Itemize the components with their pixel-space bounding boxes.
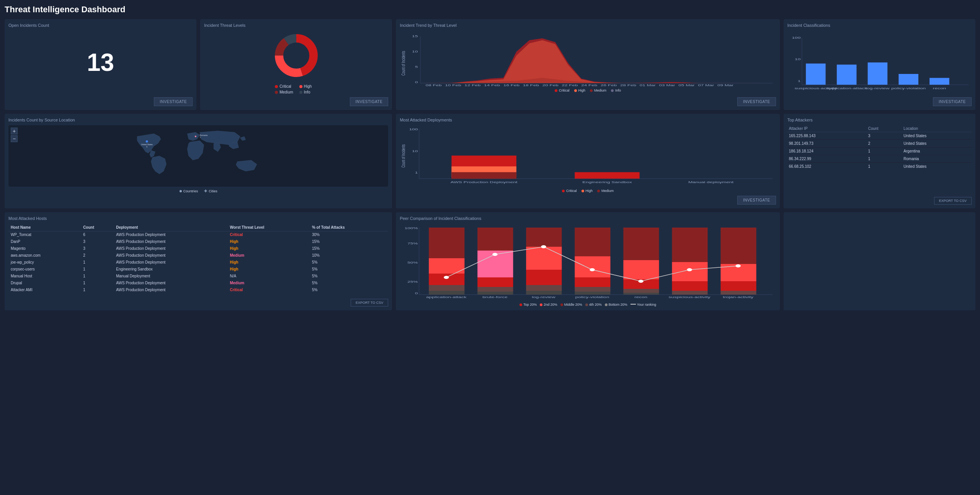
threat-levels-investigate-button[interactable]: INVESTIGATE [350, 97, 389, 106]
bot20-dot [605, 303, 608, 306]
pv-bot20 [575, 292, 611, 295]
svg-text:5: 5 [146, 146, 147, 148]
high-label: High [304, 84, 312, 89]
peer-mid20: Middle 20% [560, 303, 582, 307]
table-row: 186.18.18.124 1 Argentina [787, 148, 972, 155]
host-name: WP_Tomcat [8, 231, 81, 238]
attacker-ip: 86.34.222.99 [787, 155, 867, 163]
svg-text:10: 10 [795, 58, 800, 61]
peer-comparison-title: Peer Comparison of Incident Classificati… [400, 216, 776, 221]
rank-dot-2 [493, 253, 498, 256]
ma-critical-label: Critical [566, 189, 577, 193]
host-threat: High [227, 266, 309, 273]
col-location: Location [902, 125, 972, 132]
table-row: 165.225.88.143 3 United States [787, 132, 972, 140]
incident-trend-card: Incident Trend by Threat Level 15 10 5 0… [396, 19, 779, 110]
svg-text:United States: United States [141, 143, 153, 146]
host-percent: 15% [310, 245, 389, 252]
svg-text:Romania: Romania [200, 134, 207, 136]
svg-text:75%: 75% [408, 242, 418, 245]
svg-text:12 Feb: 12 Feb [465, 84, 481, 86]
trend-critical-label: Critical [559, 89, 570, 92]
svg-text:10: 10 [412, 50, 418, 53]
table-row: corpsec-users 1 Engineering Sandbox High… [8, 266, 388, 273]
ma-legend-critical: Critical [562, 189, 577, 193]
host-threat: Critical [227, 287, 309, 293]
pv-2nd20 [575, 256, 611, 277]
table-row: Attacker AMI 1 AWS Production Deployment… [8, 287, 388, 293]
svg-text:Count of Incidents: Count of Incidents [400, 144, 406, 167]
top20-label: Top 20% [523, 303, 537, 307]
top20-dot [519, 303, 522, 306]
svg-text:Engineering Sandbox: Engineering Sandbox [583, 180, 632, 184]
classifications-title: Incident Classifications [787, 23, 972, 28]
host-threat: Medium [227, 280, 309, 287]
table-row: aws.amazon.com 2 AWS Production Deployme… [8, 252, 388, 259]
trend-investigate-button[interactable]: INVESTIGATE [737, 97, 776, 106]
classifications-chart: 100 10 1 suspicious-activity application… [787, 34, 972, 91]
zoom-out-button[interactable]: − [11, 135, 18, 142]
attacker-ip: 165.225.88.143 [787, 132, 867, 140]
most-attacked-investigate-button[interactable]: INVESTIGATE [737, 196, 776, 205]
host-name: Drupal [8, 280, 81, 287]
host-name: DanP [8, 238, 81, 245]
critical-dot [275, 85, 278, 88]
host-percent: 5% [310, 259, 389, 266]
rank-dot-1 [444, 276, 449, 279]
bar-log-review [867, 62, 887, 85]
trend-critical-dot [555, 89, 557, 92]
pv-4th20 [575, 287, 611, 292]
bar-application-attack [837, 65, 857, 85]
high-dot [299, 85, 302, 88]
rank-dot-6 [687, 268, 693, 271]
map-legend-countries: Countries [180, 189, 198, 193]
host-percent: 10% [310, 252, 389, 259]
4th20-dot [585, 303, 588, 306]
incidents-count: 13 [87, 48, 114, 77]
col-host-count: Count [81, 224, 114, 231]
attacker-count: 1 [867, 148, 902, 155]
countries-dot [180, 190, 182, 192]
attacker-count: 1 [867, 163, 902, 170]
rank-dot-3 [541, 245, 547, 248]
host-threat: High [227, 259, 309, 266]
svg-text:log-review: log-review [866, 87, 890, 90]
ta-mid20 [721, 281, 756, 291]
svg-text:policy-violation: policy-violation [575, 295, 609, 299]
col-deployment: Deployment [114, 224, 227, 231]
peer-bot20: Bottom 20% [605, 303, 627, 307]
threat-levels-legend: Critical High Medium Info [275, 84, 317, 94]
us-marker [146, 140, 148, 143]
host-count: 3 [81, 245, 114, 252]
svg-text:5: 5 [415, 65, 418, 69]
table-row: WP_Tomcat 6 AWS Production Deployment Cr… [8, 231, 388, 238]
table-row: 98.201.149.73 2 United States [787, 140, 972, 148]
table-row: Drupal 1 AWS Production Deployment Mediu… [8, 280, 388, 287]
lr-bot20 [526, 291, 562, 295]
top-attackers-export-button[interactable]: EXPORT TO CSV [934, 197, 972, 205]
sa-top20 [672, 228, 708, 262]
classifications-investigate-button[interactable]: INVESTIGATE [933, 97, 972, 106]
host-percent: 15% [310, 238, 389, 245]
most-attacked-title: Most Attacked Deployments [400, 118, 776, 122]
attacker-location: Argentina [902, 148, 972, 155]
bf-mid20 [478, 277, 513, 287]
attacker-count: 1 [867, 155, 902, 163]
threat-levels-card: Incident Threat Levels Critical [200, 19, 392, 110]
open-incidents-investigate-button[interactable]: INVESTIGATE [154, 97, 193, 106]
svg-text:24 Feb: 24 Feb [581, 84, 598, 86]
hosts-export-button[interactable]: EXPORT TO CSV [351, 299, 388, 307]
host-deployment: Manual Deployment [114, 273, 227, 280]
2nd20-label: 2nd 20% [544, 303, 557, 307]
trend-legend-high: High [574, 89, 586, 92]
bar-policy-violation [898, 74, 918, 85]
ma-critical-dot [562, 190, 565, 192]
svg-text:03 Mar: 03 Mar [659, 84, 675, 86]
host-percent: 5% [310, 280, 389, 287]
trend-legend-info: Info [611, 89, 621, 92]
romania-marker [195, 136, 196, 137]
peer-4th20: 4th 20% [585, 303, 602, 307]
info-label: Info [304, 90, 310, 94]
cities-label: Cities [209, 189, 217, 193]
zoom-in-button[interactable]: + [11, 128, 18, 134]
